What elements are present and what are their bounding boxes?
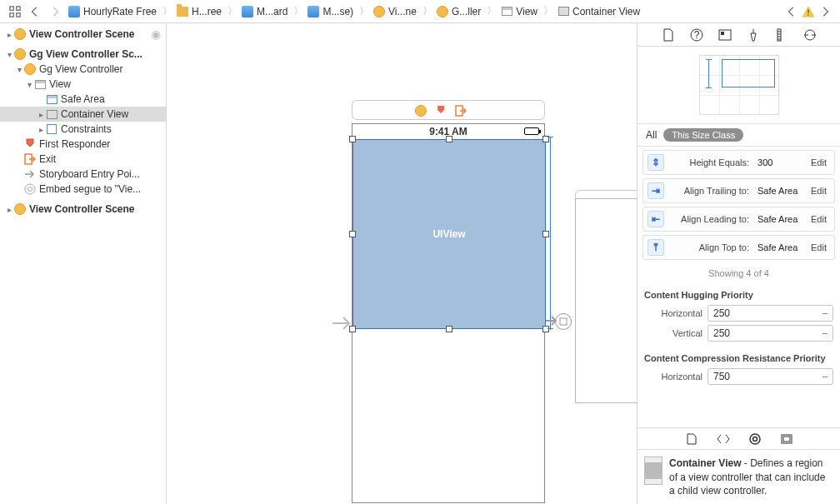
svg-rect-1 (17, 6, 20, 9)
size-thumbnail (638, 47, 840, 124)
vc-icon[interactable] (415, 105, 427, 117)
embedded-vc-frame[interactable] (575, 198, 637, 403)
resize-handle[interactable] (446, 326, 452, 332)
constraint-height-icon: ⇕ (648, 154, 664, 171)
constraint-edit-button[interactable]: Edit (808, 156, 830, 169)
identity-inspector-icon[interactable] (718, 27, 732, 42)
library-item-text: Container View - Defines a region of a v… (669, 457, 833, 497)
related-items-icon[interactable] (5, 2, 25, 21)
media-lib-icon[interactable] (779, 432, 794, 447)
nav-back-icon[interactable] (25, 2, 45, 21)
svg-rect-20 (783, 437, 790, 442)
storyboard-canvas[interactable]: 9:41 AM UIView View Controller (167, 23, 637, 504)
entry-point-arrow[interactable] (332, 315, 352, 332)
outline-view[interactable]: ▾View (0, 77, 166, 92)
segue-icon[interactable] (555, 313, 572, 330)
constraint-row-leading[interactable]: ⇤ Align Leading to: Safe Area Edit (642, 207, 835, 232)
bc-label: M...se) (322, 6, 353, 17)
bc-label: View (516, 6, 538, 17)
size-tab-all[interactable]: All (646, 129, 657, 141)
constraint-top-icon: ⤒ (648, 239, 664, 256)
jump-bar: HourlyRate Free〉 H...ree〉 M...ard〉 M...s… (0, 0, 840, 23)
attributes-inspector-icon[interactable] (746, 27, 761, 42)
file-inspector-icon[interactable] (661, 27, 676, 42)
constraint-row-height[interactable]: ⇕ Height Equals: 300 Edit (642, 150, 835, 175)
svg-point-18 (752, 437, 757, 441)
bc-label: HourlyRate Free (83, 6, 157, 17)
first-responder-icon[interactable] (435, 105, 447, 117)
warning-icon[interactable] (802, 6, 815, 17)
resize-handle[interactable] (349, 231, 356, 237)
scene-header-icons (415, 105, 467, 117)
outline-embed-segue[interactable]: ▸Embed segue to "Vie... (0, 182, 166, 197)
constraint-edit-button[interactable]: Edit (808, 212, 830, 226)
bc-label: Container View (572, 6, 640, 17)
compression-horizontal-input[interactable]: 750 (708, 368, 833, 385)
constraint-row-top[interactable]: ⤒ Align Top to: Safe Area Edit (642, 235, 835, 260)
resize-handle[interactable] (349, 136, 356, 142)
resize-handle[interactable] (446, 136, 452, 142)
bc-label: G...ller (452, 6, 481, 17)
svg-rect-14 (721, 32, 724, 35)
outline-firstresponder[interactable]: ▸First Responder (0, 137, 166, 152)
document-outline: ▸View Controller Scene◉ ▾Gg View Control… (0, 23, 167, 504)
hugging-horizontal-row: Horizontal 250 (638, 303, 840, 323)
outline-constraints[interactable]: ▸Constraints (0, 122, 166, 137)
size-inspector-icon[interactable] (774, 27, 789, 42)
outline-safearea[interactable]: ▸Safe Area (0, 92, 166, 107)
svg-text:?: ? (693, 29, 699, 41)
nav-forward-icon[interactable] (45, 2, 65, 21)
outline-exit[interactable]: ▸Exit (0, 152, 166, 167)
selected-container-view[interactable]: UIView (352, 139, 546, 329)
nav-inner-back-icon[interactable] (782, 2, 802, 21)
hugging-vertical-input[interactable]: 250 (708, 325, 833, 342)
library-item-thumb (644, 457, 662, 485)
bc-item-0[interactable]: HourlyRate Free (65, 2, 162, 21)
file-template-lib-icon[interactable] (684, 432, 699, 447)
help-inspector-icon[interactable]: ? (689, 27, 704, 42)
bc-item-5[interactable]: G...ller (433, 2, 486, 21)
outline-vc[interactable]: ▾Gg View Controller (0, 62, 166, 77)
bc-item-3[interactable]: M...se) (304, 2, 358, 21)
bc-item-7[interactable]: Container View (554, 2, 645, 21)
size-tab-thisclass[interactable]: This Size Class (663, 128, 743, 142)
svg-rect-2 (10, 12, 13, 16)
exit-icon[interactable] (455, 105, 467, 117)
library-item[interactable]: Container View - Defines a region of a v… (638, 449, 840, 504)
bc-item-4[interactable]: Vi...ne (370, 2, 422, 21)
bc-item-2[interactable]: M...ard (238, 2, 292, 21)
outline-scene-2[interactable]: ▾Gg View Controller Sc... (0, 47, 166, 62)
constraint-guide (550, 137, 551, 330)
nav-inner-forward-icon[interactable] (815, 2, 835, 21)
svg-rect-10 (560, 318, 567, 325)
compression-horizontal-row: Horizontal 750 (638, 367, 840, 387)
object-lib-icon[interactable] (748, 432, 762, 447)
resize-handle[interactable] (542, 231, 549, 237)
code-snippet-lib-icon[interactable] (716, 432, 731, 447)
constraint-edit-button[interactable]: Edit (808, 184, 830, 197)
battery-icon (524, 127, 539, 135)
outline-entrypoint[interactable]: ▸Storyboard Entry Poi... (0, 167, 166, 182)
connections-inspector-icon[interactable] (802, 27, 818, 42)
bc-item-1[interactable]: H...ree (173, 2, 227, 21)
constraint-row-trailing[interactable]: ⇥ Align Trailing to: Safe Area Edit (642, 178, 835, 203)
resize-handle[interactable] (542, 326, 549, 332)
hugging-vertical-row: Vertical 250 (638, 323, 840, 343)
scene-options-icon[interactable]: ◉ (151, 27, 161, 41)
constraint-trailing-icon: ⇥ (648, 182, 664, 199)
constraint-edit-button[interactable]: Edit (808, 241, 830, 254)
outline-scene-1[interactable]: ▸View Controller Scene◉ (0, 27, 166, 42)
svg-point-17 (750, 434, 760, 444)
bc-item-6[interactable]: View (498, 2, 542, 21)
outline-containerview[interactable]: ▸Container View (0, 107, 166, 122)
outline-scene-3[interactable]: ▸View Controller Scene (0, 202, 166, 217)
constraint-guide (548, 137, 553, 137)
device-frame[interactable]: 9:41 AM UIView (352, 123, 545, 503)
constraint-guide (548, 328, 553, 329)
breadcrumb: HourlyRate Free〉 H...ree〉 M...ard〉 M...s… (65, 2, 782, 21)
bc-label: M...ard (257, 6, 288, 17)
library-tabs (638, 427, 840, 449)
hugging-horizontal-input[interactable]: 250 (708, 305, 833, 322)
svg-point-8 (28, 187, 32, 192)
svg-rect-3 (17, 12, 20, 16)
